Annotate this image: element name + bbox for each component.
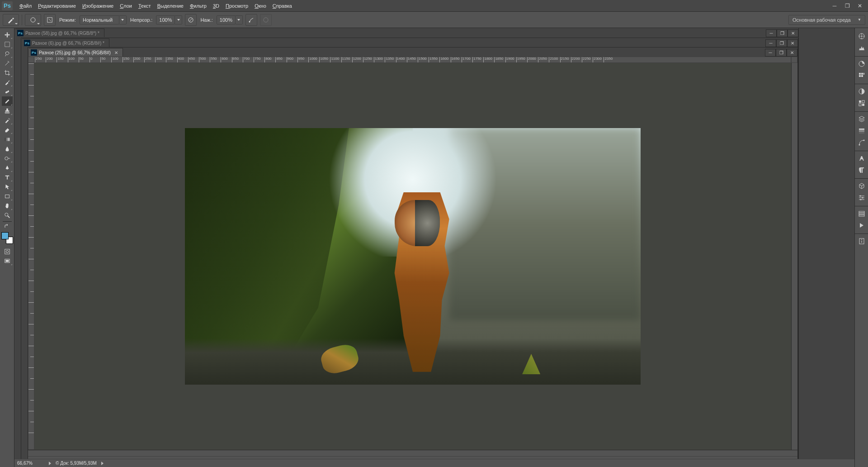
dodge-tool[interactable]	[2, 153, 13, 163]
doc-restore-icon[interactable]: ❐	[776, 49, 787, 57]
menu-edit[interactable]: Редактирование	[35, 1, 79, 10]
scrollbar-horizontal[interactable]	[28, 450, 797, 456]
canvas-image	[185, 128, 641, 385]
channels-panel-icon[interactable]	[856, 125, 867, 136]
info-panel-icon[interactable]	[856, 236, 867, 247]
path-selection-tool[interactable]	[2, 182, 13, 191]
foreground-color-swatch[interactable]	[1, 232, 9, 239]
history-panel-icon[interactable]	[856, 208, 867, 219]
tool-preset-picker[interactable]	[3, 14, 19, 26]
navigator-panel-icon[interactable]	[856, 31, 867, 42]
zoom-level-outer[interactable]: 66,67%	[17, 461, 44, 466]
rectangle-tool[interactable]	[2, 191, 13, 201]
color-swatches[interactable]	[1, 232, 13, 244]
brush-panel-toggle[interactable]	[44, 14, 56, 26]
lasso-tool[interactable]	[2, 49, 13, 58]
paragraph-panel-icon[interactable]	[856, 165, 867, 176]
menu-help[interactable]: Справка	[269, 1, 295, 10]
ps-file-icon: Ps	[31, 49, 37, 56]
close-icon[interactable]: ✕	[856, 3, 863, 9]
menu-select[interactable]: Выделение	[154, 1, 187, 10]
workspace-selector[interactable]: Основная рабочая среда ▼	[788, 15, 865, 25]
zoom-tool[interactable]	[2, 210, 13, 220]
healing-tool[interactable]	[2, 87, 13, 96]
opacity-pressure-toggle[interactable]	[185, 14, 197, 26]
color-panel-icon[interactable]	[856, 58, 867, 69]
paths-panel-icon[interactable]	[856, 137, 867, 148]
doc-minimize-icon[interactable]: ─	[765, 49, 776, 57]
tab-title: Разное (25).jpg @ 66,7% (RGB/8#)	[39, 50, 111, 55]
crop-tool[interactable]	[2, 68, 13, 77]
svg-rect-1	[47, 17, 52, 22]
menu-file[interactable]: Файл	[16, 1, 35, 10]
opacity-value[interactable]: 100%	[156, 15, 175, 24]
menu-filter[interactable]: Фильтр	[187, 1, 210, 10]
minimize-icon[interactable]: ─	[831, 3, 838, 9]
doc-size-outer[interactable]: © Док: 5,93M/5,93M	[56, 461, 97, 466]
move-tool[interactable]	[2, 30, 13, 39]
brush-preset-picker[interactable]	[25, 14, 41, 26]
swap-colors-icon[interactable]	[2, 223, 13, 229]
menu-image[interactable]: Изображение	[79, 1, 117, 10]
document-tab-0[interactable]: Ps Разное (58).jpg @ 66,7% (RGB/8*) *	[15, 29, 104, 37]
screen-mode-toggle[interactable]	[2, 256, 13, 266]
swatches-panel-icon[interactable]	[856, 70, 867, 81]
ruler-corner[interactable]	[28, 57, 34, 63]
layers-panel-icon[interactable]	[856, 114, 867, 124]
menu-3d[interactable]: 3D	[210, 1, 222, 10]
properties-panel-icon[interactable]	[856, 192, 867, 203]
flow-dropdown-arrow[interactable]	[236, 15, 243, 24]
stamp-tool[interactable]	[2, 106, 13, 115]
eyedropper-tool[interactable]	[2, 77, 13, 87]
document-tab-1[interactable]: Ps Разное (6).jpg @ 66,7% (RGB/8#) *	[22, 38, 109, 47]
doc-close-icon[interactable]: ✕	[787, 39, 798, 47]
doc-minimize-icon[interactable]: ─	[765, 39, 776, 47]
svg-point-2	[189, 18, 193, 22]
3d-panel-icon[interactable]	[856, 181, 867, 191]
size-pressure-toggle[interactable]	[260, 14, 272, 26]
svg-point-15	[859, 33, 864, 39]
status-arrow-icon[interactable]	[101, 462, 104, 465]
brush-tool[interactable]	[2, 96, 13, 106]
gradient-tool[interactable]	[2, 134, 13, 144]
wand-tool[interactable]	[2, 58, 13, 68]
character-panel-icon[interactable]	[856, 153, 867, 164]
history-brush-tool[interactable]	[2, 115, 13, 125]
menu-view[interactable]: Просмотр	[222, 1, 251, 10]
eraser-tool[interactable]	[2, 125, 13, 134]
styles-panel-icon[interactable]	[856, 98, 867, 109]
marquee-tool[interactable]	[2, 39, 13, 49]
quick-mask-toggle[interactable]	[2, 247, 13, 256]
svg-point-31	[863, 140, 864, 141]
document-tab-2[interactable]: Ps Разное (25).jpg @ 66,7% (RGB/8#) ✕	[29, 48, 123, 57]
doc-close-icon[interactable]: ✕	[787, 49, 797, 57]
histogram-panel-icon[interactable]	[856, 43, 867, 53]
ruler-horizontal[interactable]: 2502001501005005010015020025030035040045…	[34, 57, 791, 63]
doc-minimize-icon[interactable]: ─	[766, 29, 777, 37]
adjustments-panel-icon[interactable]	[856, 86, 867, 97]
blend-mode-dropdown-arrow[interactable]	[119, 15, 127, 24]
opacity-dropdown-arrow[interactable]	[175, 15, 182, 24]
doc-restore-icon[interactable]: ❐	[776, 39, 787, 47]
scrollbar-vertical[interactable]	[791, 63, 797, 450]
status-arrow-icon[interactable]	[49, 462, 51, 465]
svg-rect-38	[859, 238, 864, 244]
inner-doc-window-controls: ─ ❐ ✕	[765, 49, 797, 57]
canvas-viewport[interactable]	[34, 63, 791, 450]
type-tool[interactable]	[2, 172, 13, 182]
flow-value[interactable]: 100%	[217, 15, 236, 24]
tab-close-icon[interactable]: ✕	[114, 50, 118, 55]
hand-tool[interactable]	[2, 201, 13, 210]
menu-layers[interactable]: Слои	[117, 1, 135, 10]
actions-panel-icon[interactable]	[856, 220, 867, 231]
pen-tool[interactable]	[2, 163, 13, 172]
blend-mode-select[interactable]: Нормальный	[80, 15, 119, 24]
doc-restore-icon[interactable]: ❐	[777, 29, 788, 37]
doc-close-icon[interactable]: ✕	[788, 29, 798, 37]
restore-icon[interactable]: ❐	[844, 3, 851, 9]
menu-text[interactable]: Текст	[135, 1, 154, 10]
blur-tool[interactable]	[2, 144, 13, 153]
menu-window[interactable]: Окно	[251, 1, 269, 10]
airbrush-toggle[interactable]	[245, 14, 257, 26]
ruler-vertical[interactable]	[28, 63, 34, 450]
